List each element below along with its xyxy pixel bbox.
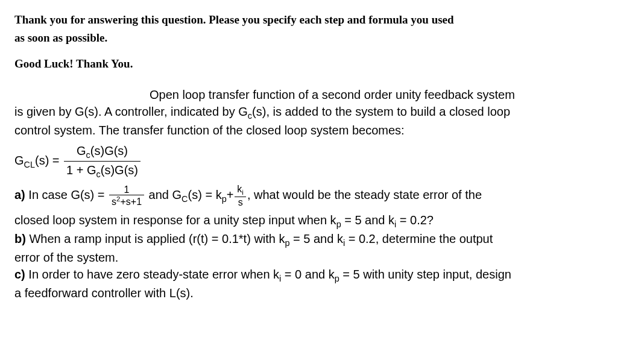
part-a-plus: + bbox=[227, 188, 234, 201]
part-a-p-sub: p bbox=[222, 194, 227, 204]
gcl-fraction: Gc(s)G(s) 1 + Gc(s)G(s) bbox=[64, 142, 140, 180]
gcl-den-sub: c bbox=[96, 169, 101, 179]
frac-g-den-tail: +s+1 bbox=[120, 197, 142, 207]
eq-lhs-G: G bbox=[14, 154, 24, 167]
part-c-line-2: a feedforward controller with L(s). bbox=[14, 285, 630, 301]
eq-lhs-tail: (s) = bbox=[35, 154, 63, 167]
subscript-c: c bbox=[248, 111, 252, 121]
part-c-psub: p bbox=[335, 274, 339, 283]
part-a-l2b: = 5 and k bbox=[341, 213, 394, 227]
intro-text-2a: is given by G(s). A controller, indicate… bbox=[14, 105, 248, 118]
part-b-t3: = 0.2, determine the output bbox=[345, 232, 493, 245]
problem-body: Open loop transfer function of a second … bbox=[14, 86, 630, 301]
intro-line-2: is given by G(s). A controller, indicate… bbox=[14, 103, 630, 122]
gcl-den-pre: 1 + G bbox=[66, 163, 96, 177]
part-a-l2a: closed loop system in response for a uni… bbox=[14, 213, 336, 227]
part-b-line-2: error of the system. bbox=[14, 249, 630, 266]
frac-g-num: 1 bbox=[109, 184, 144, 196]
frac-ki-sub: i bbox=[242, 189, 244, 197]
part-b-t1: When a ramp input is applied (r(t) = 0.1… bbox=[29, 232, 285, 245]
part-a-and: and G bbox=[145, 188, 182, 201]
part-a-after-gc: (s) = k bbox=[188, 188, 222, 201]
intro-text-2b: (s), is added to the system to build a c… bbox=[252, 105, 510, 118]
part-b-label: b) bbox=[14, 232, 29, 245]
good-luck-line: Good Luck! Thank You. bbox=[14, 56, 630, 72]
part-a-label: a) bbox=[14, 188, 28, 201]
gcl-den-tail: (s)G(s) bbox=[101, 163, 138, 177]
part-a-t1: In case bbox=[28, 188, 71, 201]
part-a-l2c: = 0.2? bbox=[396, 213, 434, 227]
part-a-c-sub: C bbox=[182, 194, 188, 204]
part-c-t3: = 5 with unity step input, design bbox=[339, 268, 511, 281]
part-c-t1: In order to have zero steady-state error… bbox=[28, 268, 279, 281]
part-a-line-2: closed loop system in response for a uni… bbox=[14, 212, 630, 230]
part-b-psub: p bbox=[285, 238, 290, 248]
intro-line-1: Open loop transfer function of a second … bbox=[14, 86, 630, 103]
part-c-line-1: c) In order to have zero steady-state er… bbox=[14, 266, 630, 285]
part-a-line-1: a) In case G(s) = 1 s2+s+1 and GC(s) = k… bbox=[14, 184, 630, 207]
header-line-2: as soon as possible. bbox=[14, 30, 630, 46]
part-b-t2: = 5 and k bbox=[290, 232, 343, 245]
part-c-t2: = 0 and k bbox=[281, 268, 334, 281]
part-c-label: c) bbox=[14, 268, 28, 281]
gcl-num-mid: (s)G(s) bbox=[90, 144, 128, 157]
intro-line-3: control system. The transfer function of… bbox=[14, 122, 630, 139]
gcl-num-G: G bbox=[77, 144, 86, 157]
part-a-tail: , what would be the steady state error o… bbox=[247, 188, 482, 201]
part-a-gofs: G(s) = bbox=[71, 188, 108, 201]
header-line-1: Thank you for answering this question. P… bbox=[14, 12, 630, 28]
part-a-l2-psub: p bbox=[336, 219, 341, 229]
gcl-equation: GCL(s) = Gc(s)G(s) 1 + Gc(s)G(s) bbox=[14, 142, 630, 180]
part-b-line-1: b) When a ramp input is applied (r(t) = … bbox=[14, 230, 630, 249]
fraction-ki: ki s bbox=[235, 184, 246, 207]
frac-ki-den: s bbox=[235, 197, 246, 208]
frac-g-den-s: s bbox=[112, 197, 116, 207]
eq-lhs-sub: CL bbox=[24, 160, 35, 169]
fraction-g: 1 s2+s+1 bbox=[109, 184, 144, 208]
gcl-num-sub: c bbox=[86, 150, 90, 160]
